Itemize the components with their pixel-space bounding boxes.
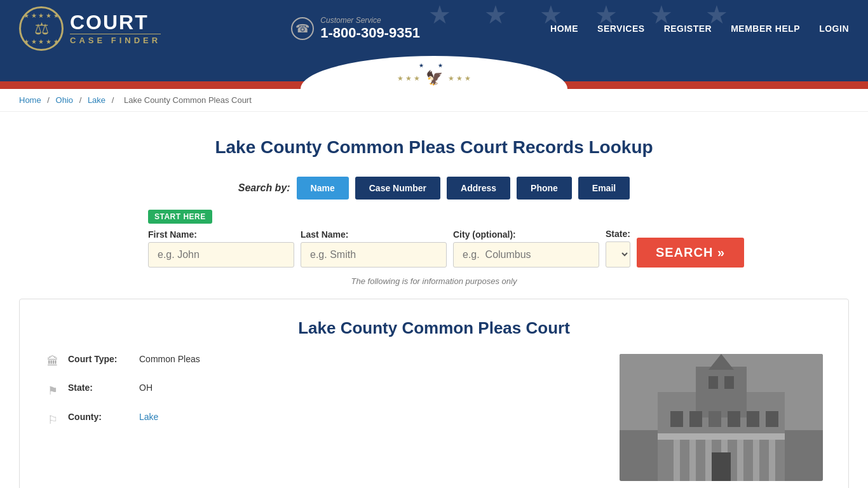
site-header: ★ ★ ★ ★ ★ ★ ★ ★ ★ ★ ★ ⚖ ★ ★ ★ ★ ★ COURT …: [0, 0, 868, 57]
bg-stars-decoration: ★ ★ ★ ★ ★ ★: [428, 0, 741, 29]
logo-area: ★ ★ ★ ★ ★ ⚖ ★ ★ ★ ★ ★ COURT CASE FINDER: [19, 6, 161, 51]
tab-phone[interactable]: Phone: [517, 177, 572, 200]
first-name-group: First Name:: [148, 229, 294, 268]
court-type-row: 🏛 Court Type: Common Pleas: [45, 354, 594, 369]
breadcrumb-ohio[interactable]: Ohio: [56, 95, 73, 105]
county-value: Lake: [139, 412, 158, 422]
breadcrumb-sep-3: /: [112, 95, 116, 105]
first-name-label: First Name:: [148, 229, 294, 240]
customer-service-label: Customer Service: [320, 16, 420, 25]
last-name-input[interactable]: [301, 242, 447, 268]
county-icon: ⚐: [45, 413, 60, 427]
state-label: State:: [606, 229, 630, 239]
tab-address[interactable]: Address: [447, 177, 510, 200]
county-label: County:: [68, 412, 132, 422]
start-here-badge: START HERE: [148, 210, 720, 229]
header-wave: ★ ★ ★ ★ ★ 🦅 ★ ★ ★: [0, 57, 868, 89]
breadcrumb-home[interactable]: Home: [19, 95, 41, 105]
phone-area: ☎ Customer Service 1-800-309-9351: [291, 16, 420, 41]
search-form: First Name: Last Name: City (optional): …: [148, 229, 720, 268]
tab-case-number[interactable]: Case Number: [355, 177, 440, 200]
nav-login[interactable]: LOGIN: [819, 24, 849, 34]
court-info-title: Lake County Common Pleas Court: [45, 318, 823, 338]
logo-scales-icon: ⚖: [34, 19, 49, 39]
court-type-icon: 🏛: [45, 355, 60, 369]
breadcrumb-current: Lake County Common Pleas Court: [124, 95, 252, 105]
phone-number: 1-800-309-9351: [320, 25, 420, 41]
logo-text: COURT CASE FINDER: [70, 12, 161, 45]
breadcrumb-sep-2: /: [79, 95, 84, 105]
state-select[interactable]: Ohio AlabamaAlaskaArizona ArkansasCalifo…: [606, 241, 630, 268]
last-name-label: Last Name:: [301, 229, 447, 240]
tab-email[interactable]: Email: [578, 177, 630, 200]
city-input[interactable]: [453, 242, 599, 268]
court-type-label: Court Type:: [68, 354, 132, 364]
eagle-stars-left: ★ ★: [397, 62, 470, 69]
court-type-value: Common Pleas: [139, 354, 200, 364]
court-details: 🏛 Court Type: Common Pleas ⚑ State: OH ⚐…: [45, 354, 594, 481]
court-image: [620, 354, 823, 481]
tab-name[interactable]: Name: [297, 177, 349, 200]
info-note: The following is for information purpose…: [148, 276, 720, 286]
court-state-row: ⚑ State: OH: [45, 383, 594, 398]
logo-case-finder-text: CASE FINDER: [70, 34, 161, 45]
city-label: City (optional):: [453, 229, 599, 240]
search-section: Search by: Name Case Number Address Phon…: [148, 177, 720, 286]
breadcrumb-sep-1: /: [47, 95, 51, 105]
breadcrumb-lake[interactable]: Lake: [88, 95, 105, 105]
stars-left: ★ ★ ★: [397, 74, 420, 83]
search-by-row: Search by: Name Case Number Address Phon…: [148, 177, 720, 200]
nav-member-help[interactable]: MEMBER HELP: [731, 24, 800, 34]
phone-text: Customer Service 1-800-309-9351: [320, 16, 420, 41]
logo-court-text: COURT: [70, 12, 161, 32]
eagle-row: ★ ★ ★ 🦅 ★ ★ ★: [397, 70, 470, 86]
breadcrumb: Home / Ohio / Lake / Lake County Common …: [0, 89, 868, 112]
search-by-label: Search by:: [238, 182, 290, 194]
stars-right: ★ ★ ★: [448, 74, 471, 83]
svg-rect-22: [620, 354, 823, 481]
court-info-box: Lake County Common Pleas Court 🏛 Court T…: [19, 299, 849, 488]
phone-icon: ☎: [291, 17, 314, 40]
state-icon: ⚑: [45, 384, 60, 398]
state-group: State: Ohio AlabamaAlaskaArizona Arkansa…: [606, 229, 630, 268]
search-button[interactable]: SEARCH »: [637, 238, 744, 268]
logo-stars-top: ★ ★ ★ ★ ★: [24, 12, 59, 19]
last-name-group: Last Name:: [301, 229, 447, 268]
court-info-content: 🏛 Court Type: Common Pleas ⚑ State: OH ⚐…: [45, 354, 823, 481]
court-county-row: ⚐ County: Lake: [45, 412, 594, 427]
state-value: OH: [139, 383, 153, 393]
first-name-input[interactable]: [148, 242, 294, 268]
city-group: City (optional):: [453, 229, 599, 268]
main-content: Lake County Common Pleas Court Records L…: [0, 112, 868, 488]
state-label-detail: State:: [68, 383, 132, 393]
start-here-label: START HERE: [148, 210, 212, 224]
eagle-icon: 🦅: [426, 70, 443, 86]
logo-stars-bottom: ★ ★ ★ ★ ★: [24, 38, 59, 45]
logo-circle: ★ ★ ★ ★ ★ ⚖ ★ ★ ★ ★ ★: [19, 6, 64, 51]
wave-eagle-area: ★ ★ ★ ★ ★ 🦅 ★ ★ ★: [397, 62, 470, 86]
page-title: Lake County Common Pleas Court Records L…: [19, 137, 849, 158]
